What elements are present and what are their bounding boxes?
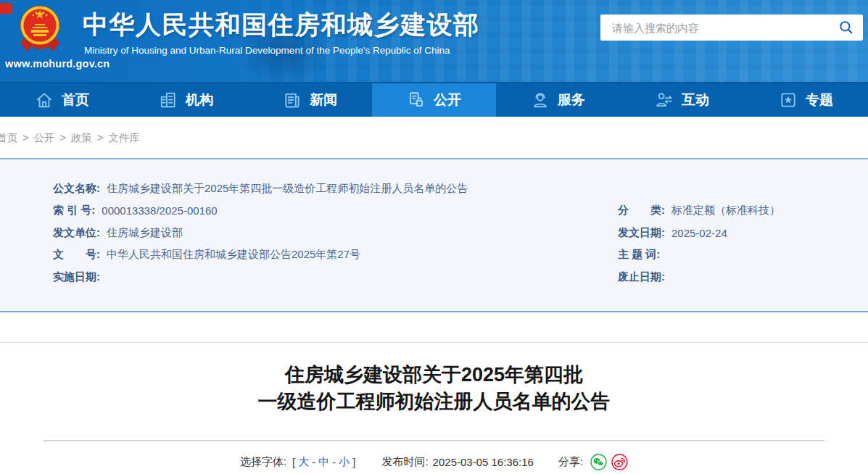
organization-icon — [159, 91, 178, 109]
nav-item-interact[interactable]: 互动 — [620, 83, 744, 117]
nav-item-label: 互动 — [682, 91, 709, 109]
publish-time-label: 发布时间: — [381, 455, 428, 469]
search-input[interactable] — [600, 14, 830, 41]
font-select-label: 选择字体: — [240, 455, 286, 469]
site-url: www.mohurd.gov.cn — [5, 58, 109, 70]
nav-item-home[interactable]: 首页 — [0, 83, 124, 117]
repeal-date-label: 废止日期: — [618, 270, 665, 284]
publish-time: 发布时间: 2025-03-05 16:36:16 — [381, 455, 533, 469]
doc-number-value: 中华人民共和国住房和城乡建设部公告2025年第27号 — [107, 248, 360, 262]
breadcrumb: 首页>公开>政策>文件库 — [0, 131, 140, 145]
category-label: 分 类: — [618, 204, 665, 217]
breadcrumb-item-home[interactable]: 首页 — [0, 132, 17, 144]
share-bar: 分享: — [558, 454, 628, 470]
meta-row-issuer-date: 发文单位: 住房城乡建设部 发文日期: 2025-02-24 — [53, 222, 868, 244]
category-value: 标准定额（标准科技） — [671, 204, 780, 217]
issuer-value: 住房城乡建设部 — [107, 226, 183, 240]
font-size-medium-link[interactable]: 中 — [318, 455, 329, 469]
national-emblem-icon — [19, 4, 61, 52]
section-divider — [0, 342, 868, 343]
font-size-separator: - — [312, 456, 315, 468]
nav-item-service[interactable]: 服务 — [496, 83, 620, 117]
main-nav: 首页 机构 新闻 — [0, 82, 868, 117]
nav-item-label: 专题 — [806, 91, 833, 109]
breadcrumb-bar: 首页>公开>政策>文件库 — [0, 117, 868, 158]
meta-row-index-category: 索 引 号: 000013338/2025-00160 分 类: 标准定额（标准… — [53, 200, 868, 223]
breadcrumb-item-policy[interactable]: 政策 — [71, 132, 92, 144]
site-header: www.mohurd.gov.cn 中华人民共和国住房和城乡建设部 Minist… — [0, 0, 868, 82]
disclosure-icon — [407, 91, 426, 109]
nav-item-label: 机构 — [186, 91, 213, 109]
article-title-line2: 一级造价工程师初始注册人员名单的公告 — [0, 388, 868, 415]
bracket-close: ] — [352, 456, 355, 468]
font-size-selector: 选择字体: [ 大 - 中 - 小 ] — [240, 455, 357, 469]
issuer-label: 发文单位: — [53, 226, 100, 240]
bracket-open: [ — [292, 456, 295, 468]
font-size-small-link[interactable]: 小 — [339, 455, 350, 469]
publish-time-value: 2025-03-05 16:36:16 — [433, 456, 534, 468]
article-title: 住房城乡建设部关于2025年第四批 一级造价工程师初始注册人员名单的公告 — [0, 362, 868, 415]
red-flag-icon — [0, 3, 12, 14]
nav-item-label: 服务 — [558, 91, 585, 109]
breadcrumb-separator: > — [22, 132, 28, 144]
article-toolbar: 选择字体: [ 大 - 中 - 小 ] 发布时间: 2025-03-05 16:… — [0, 452, 868, 471]
meta-row-name: 公文名称: 住房城乡建设部关于2025年第四批一级造价工程师初始注册人员名单的公… — [53, 178, 868, 200]
effective-date-label: 实施日期: — [53, 270, 100, 284]
breadcrumb-separator: > — [59, 132, 65, 144]
search-box — [600, 14, 863, 41]
page: www.mohurd.gov.cn 中华人民共和国住房和城乡建设部 Minist… — [0, 0, 868, 474]
issue-date-label: 发文日期: — [618, 226, 665, 240]
interact-icon — [655, 91, 674, 109]
home-icon — [35, 91, 54, 109]
search-icon — [838, 20, 854, 36]
site-title-en: Ministry of Housing and Urban-Rural Deve… — [84, 45, 450, 56]
article-divider — [44, 440, 824, 441]
nav-item-organization[interactable]: 机构 — [124, 83, 248, 117]
meta-row-number-subject: 文 号: 中华人民共和国住房和城乡建设部公告2025年第27号 主 题 词: — [53, 244, 868, 267]
font-size-large-link[interactable]: 大 — [298, 455, 309, 469]
special-topic-icon — [779, 91, 798, 109]
index-number-label: 索 引 号: — [53, 204, 95, 217]
meta-row-dates: 实施日期: 废止日期: — [53, 266, 868, 288]
nav-item-special-topics[interactable]: 专题 — [744, 83, 868, 117]
breadcrumb-item-disclosure[interactable]: 公开 — [33, 132, 54, 144]
share-label: 分享: — [558, 455, 583, 469]
font-size-separator: - — [332, 456, 336, 468]
search-button[interactable] — [830, 14, 863, 41]
doc-name-value: 住房城乡建设部关于2025年第四批一级造价工程师初始注册人员名单的公告 — [107, 182, 468, 196]
nav-item-news[interactable]: 新闻 — [248, 83, 372, 117]
breadcrumb-separator: > — [97, 132, 103, 144]
doc-number-label: 文 号: — [53, 248, 100, 262]
wechat-share-icon[interactable] — [590, 454, 607, 470]
index-number-value: 000013338/2025-00160 — [102, 204, 217, 217]
nav-item-label: 新闻 — [310, 91, 337, 109]
nav-item-disclosure[interactable]: 公开 — [372, 83, 496, 117]
nav-item-label: 首页 — [62, 91, 89, 109]
issue-date-value: 2025-02-24 — [671, 227, 727, 239]
document-meta-panel: 公文名称: 住房城乡建设部关于2025年第四批一级造价工程师初始注册人员名单的公… — [0, 158, 868, 312]
breadcrumb-item-library[interactable]: 文件库 — [108, 132, 140, 144]
nav-item-label: 公开 — [434, 91, 461, 109]
service-icon — [531, 91, 550, 109]
subject-words-label: 主 题 词: — [618, 248, 660, 262]
site-title-cn: 中华人民共和国住房和城乡建设部 — [83, 8, 480, 42]
article-title-line1: 住房城乡建设部关于2025年第四批 — [0, 362, 868, 388]
doc-name-label: 公文名称: — [53, 182, 100, 196]
weibo-share-icon[interactable] — [611, 454, 628, 470]
news-icon — [283, 91, 302, 109]
